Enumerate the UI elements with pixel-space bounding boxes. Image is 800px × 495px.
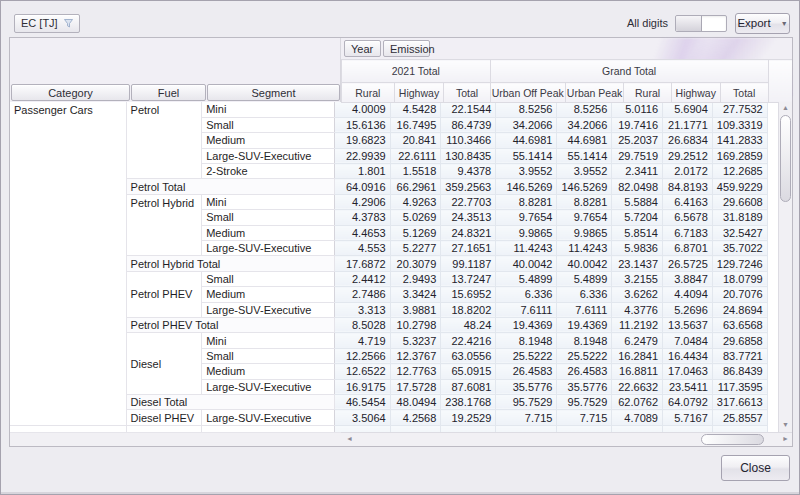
- value-cell[interactable]: 2.0172: [663, 164, 713, 179]
- segment-cell[interactable]: Medium: [202, 364, 334, 379]
- value-cell[interactable]: 35.5776: [557, 379, 612, 394]
- value-cell[interactable]: 2.9493: [390, 271, 441, 286]
- value-cell[interactable]: 24.3513: [441, 210, 496, 225]
- value-cell[interactable]: 129.7246: [712, 256, 767, 271]
- value-cell[interactable]: 17.5728: [390, 379, 441, 394]
- value-cell[interactable]: 5.2696: [663, 302, 713, 317]
- close-button[interactable]: Close: [721, 455, 790, 481]
- fuel-cell[interactable]: Diesel PHEV: [126, 410, 202, 425]
- value-cell[interactable]: 40.0042: [557, 256, 612, 271]
- column-header[interactable]: Rural: [624, 83, 672, 103]
- value-cell[interactable]: 5.8514: [612, 225, 663, 240]
- value-cell[interactable]: 5.1269: [390, 225, 441, 240]
- value-cell[interactable]: 3.9552: [496, 164, 557, 179]
- value-cell[interactable]: 24.8694: [712, 302, 767, 317]
- value-cell[interactable]: 5.9836: [612, 241, 663, 256]
- toggle-knob[interactable]: [676, 16, 702, 31]
- value-cell[interactable]: 11.4243: [496, 241, 557, 256]
- value-cell[interactable]: 238.1768: [441, 394, 496, 409]
- value-cell[interactable]: 12.2566: [334, 348, 390, 363]
- value-cell[interactable]: 84.8193: [663, 179, 713, 194]
- value-cell[interactable]: 35.7022: [712, 241, 767, 256]
- value-cell[interactable]: 7.0484: [663, 333, 713, 348]
- value-cell[interactable]: 22.6111: [390, 148, 441, 163]
- value-cell[interactable]: 2.7486: [334, 287, 390, 302]
- value-cell[interactable]: 317.6613: [712, 394, 767, 409]
- column-group-header[interactable]: Grand Total: [490, 60, 768, 83]
- vertical-scroll-thumb[interactable]: [780, 115, 791, 202]
- value-cell[interactable]: 29.7519: [612, 148, 663, 163]
- row-field-category[interactable]: Category: [11, 84, 130, 101]
- value-cell[interactable]: 19.2529: [441, 410, 496, 425]
- value-cell[interactable]: 46.5454: [334, 394, 390, 409]
- value-cell[interactable]: 86.4739: [441, 117, 496, 132]
- value-cell[interactable]: 18.8202: [441, 302, 496, 317]
- value-cell[interactable]: 6.4163: [663, 194, 713, 209]
- export-button[interactable]: Export ▼: [735, 13, 790, 34]
- segment-cell[interactable]: Mini: [202, 333, 334, 348]
- value-cell[interactable]: 146.5269: [496, 179, 557, 194]
- value-cell[interactable]: 3.9552: [557, 164, 612, 179]
- value-cell[interactable]: 82.0498: [612, 179, 663, 194]
- segment-cell[interactable]: Large-SUV-Executive: [202, 410, 334, 425]
- value-cell[interactable]: 25.5222: [557, 348, 612, 363]
- fuel-cell[interactable]: Petrol PHEV: [126, 271, 202, 317]
- value-cell[interactable]: 4.719: [334, 333, 390, 348]
- value-cell[interactable]: 83.7721: [712, 348, 767, 363]
- scroll-right-icon[interactable]: ►: [779, 433, 792, 446]
- value-cell[interactable]: 4.4094: [663, 287, 713, 302]
- value-cell[interactable]: 40.0042: [496, 256, 557, 271]
- value-cell[interactable]: 23.5411: [663, 379, 713, 394]
- value-cell[interactable]: 25.5222: [496, 348, 557, 363]
- data-field-button[interactable]: EC [TJ]: [14, 14, 80, 33]
- value-cell[interactable]: 62.0762: [612, 394, 663, 409]
- value-cell[interactable]: 17.0463: [663, 364, 713, 379]
- value-cell[interactable]: 19.6823: [334, 133, 390, 148]
- segment-cell[interactable]: Small: [202, 348, 334, 363]
- value-cell[interactable]: 20.7076: [712, 287, 767, 302]
- value-cell[interactable]: 16.7495: [390, 117, 441, 132]
- segment-cell[interactable]: Medium: [202, 225, 334, 240]
- value-cell[interactable]: 9.9865: [557, 225, 612, 240]
- value-cell[interactable]: 32.5427: [712, 225, 767, 240]
- value-cell[interactable]: 6.336: [557, 287, 612, 302]
- value-cell[interactable]: 17.6872: [334, 256, 390, 271]
- all-digits-toggle[interactable]: [675, 15, 727, 32]
- value-cell[interactable]: 26.4583: [496, 364, 557, 379]
- value-cell[interactable]: 11.4243: [557, 241, 612, 256]
- value-cell[interactable]: 16.8811: [612, 364, 663, 379]
- value-cell[interactable]: 8.8281: [557, 194, 612, 209]
- value-cell[interactable]: 15.6136: [334, 117, 390, 132]
- value-cell[interactable]: 5.6904: [663, 102, 713, 117]
- value-cell[interactable]: 130.8435: [441, 148, 496, 163]
- value-cell[interactable]: 19.7416: [612, 117, 663, 132]
- value-cell[interactable]: 7.715: [557, 410, 612, 425]
- column-header[interactable]: Total: [444, 83, 490, 103]
- value-cell[interactable]: 63.0556: [441, 348, 496, 363]
- scroll-up-icon[interactable]: ▲: [779, 102, 792, 115]
- value-cell[interactable]: 6.5678: [663, 210, 713, 225]
- value-cell[interactable]: 64.0916: [334, 179, 390, 194]
- value-cell[interactable]: 5.0269: [390, 210, 441, 225]
- filter-icon[interactable]: [64, 19, 73, 28]
- value-cell[interactable]: 86.8439: [712, 364, 767, 379]
- value-cell[interactable]: 3.8847: [663, 271, 713, 286]
- value-cell[interactable]: 8.8281: [496, 194, 557, 209]
- value-cell[interactable]: 29.6608: [712, 194, 767, 209]
- value-cell[interactable]: 26.6834: [663, 133, 713, 148]
- value-cell[interactable]: 4.3776: [612, 302, 663, 317]
- value-cell[interactable]: 26.5725: [663, 256, 713, 271]
- value-cell[interactable]: 48.0494: [390, 394, 441, 409]
- column-header[interactable]: Highway: [394, 83, 444, 103]
- value-cell[interactable]: 21.1771: [663, 117, 713, 132]
- value-cell[interactable]: 44.6981: [496, 133, 557, 148]
- value-cell[interactable]: 5.4899: [557, 271, 612, 286]
- value-cell[interactable]: 110.3466: [441, 133, 496, 148]
- horizontal-scroll-thumb[interactable]: [701, 434, 764, 445]
- value-cell[interactable]: 10.2798: [390, 317, 441, 332]
- value-cell[interactable]: 65.0915: [441, 364, 496, 379]
- fuel-cell[interactable]: Diesel: [126, 333, 202, 395]
- value-cell[interactable]: 25.2037: [612, 133, 663, 148]
- category-cell[interactable]: Passenger Cars: [10, 102, 126, 425]
- value-cell[interactable]: 9.7654: [496, 210, 557, 225]
